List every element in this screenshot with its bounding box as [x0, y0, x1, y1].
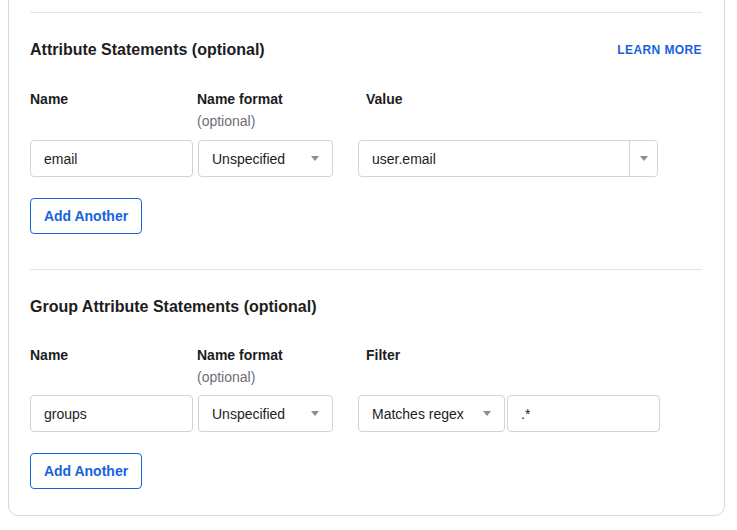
group-attribute-statements-title: Group Attribute Statements (optional)	[30, 299, 317, 315]
settings-card	[8, 0, 725, 516]
group-name-format-column-label: Name format	[197, 348, 283, 362]
attribute-value-combobox[interactable]	[358, 140, 658, 177]
group-name-column-label: Name	[30, 348, 68, 362]
chevron-down-icon	[640, 156, 648, 161]
group-name-format-value: Unspecified	[212, 406, 285, 422]
group-filter-type-value: Matches regex	[372, 406, 464, 422]
learn-more-link[interactable]: LEARN MORE	[617, 44, 702, 56]
group-name-format-select[interactable]: Unspecified	[198, 395, 333, 432]
attribute-value-dropdown-button[interactable]	[629, 141, 657, 176]
attribute-statements-title: Attribute Statements (optional)	[30, 42, 265, 58]
section-divider-top	[30, 12, 702, 13]
chevron-down-icon	[311, 156, 319, 161]
group-name-format-optional-label: (optional)	[197, 370, 255, 384]
name-format-column-label: Name format	[197, 92, 283, 106]
add-another-group-attribute-button[interactable]: Add Another	[30, 453, 142, 489]
name-format-optional-label: (optional)	[197, 114, 255, 128]
attribute-name-format-value: Unspecified	[212, 151, 285, 167]
attribute-value-input[interactable]	[359, 141, 629, 176]
section-divider-middle	[30, 269, 702, 270]
name-column-label: Name	[30, 92, 68, 106]
group-attribute-name-input[interactable]	[30, 395, 193, 432]
attribute-name-format-select[interactable]: Unspecified	[198, 140, 333, 177]
add-another-attribute-button[interactable]: Add Another	[30, 198, 142, 234]
group-filter-type-select[interactable]: Matches regex	[358, 395, 505, 432]
group-filter-value-input[interactable]	[507, 395, 660, 432]
chevron-down-icon	[483, 411, 491, 416]
filter-column-label: Filter	[366, 348, 400, 362]
attribute-name-input[interactable]	[30, 140, 193, 177]
chevron-down-icon	[311, 411, 319, 416]
value-column-label: Value	[366, 92, 403, 106]
